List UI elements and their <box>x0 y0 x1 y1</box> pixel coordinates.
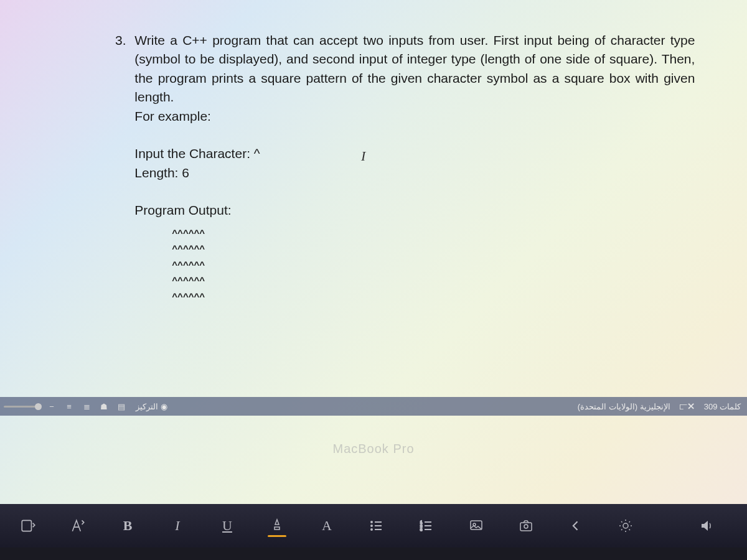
question-text: Write a C++ program that can accept two … <box>134 31 695 107</box>
svg-point-16 <box>524 525 528 528</box>
touchbar-suggestions-icon[interactable] <box>19 518 37 534</box>
touchbar-format-icon[interactable] <box>68 518 87 534</box>
svg-point-17 <box>623 523 628 528</box>
focus-icon: ◉ <box>161 402 167 411</box>
language-indicator[interactable]: الإنجليزية (الولايات المتحدة) <box>578 402 670 411</box>
zoom-minus-icon[interactable]: − <box>45 399 59 413</box>
output-label: Program Output: <box>134 201 695 220</box>
output-line: ^^^^^^ <box>172 257 695 273</box>
keyboard-edge <box>0 548 747 560</box>
macbook-touchbar: B I U A 123 <box>0 504 747 548</box>
document-content: 3. Write a C++ program that can accept t… <box>115 31 710 304</box>
slider-thumb[interactable] <box>35 403 42 410</box>
word-status-bar: − ≡ ≣ ☗ ▤ التركيز ◉ الإنجليزية (الولايات… <box>0 397 747 416</box>
view-mode-icon-2[interactable]: ≣ <box>80 399 93 413</box>
status-bar-right: الإنجليزية (الولايات المتحدة) ⫍✕ 309 كلم… <box>578 402 743 411</box>
zoom-slider[interactable] <box>4 406 41 408</box>
question-body: Write a C++ program that can accept two … <box>134 31 695 304</box>
view-mode-icon-4[interactable]: ▤ <box>115 399 128 413</box>
touchbar-numbering-icon[interactable]: 123 <box>417 518 436 533</box>
question-number: 3. <box>115 31 126 50</box>
output-line: ^^^^^^ <box>172 289 695 305</box>
touchbar-camera-icon[interactable] <box>517 518 535 533</box>
output-line: ^^^^^^ <box>172 225 695 241</box>
focus-mode-button[interactable]: التركيز ◉ <box>132 401 171 413</box>
svg-point-1 <box>371 521 372 523</box>
output-line: ^^^^^^ <box>172 273 695 289</box>
touchbar-volume-icon[interactable] <box>697 518 716 533</box>
svg-rect-0 <box>22 520 31 531</box>
view-mode-icon-1[interactable]: ≡ <box>62 399 76 413</box>
length-line: Length: 6 <box>134 164 695 182</box>
output-section: Program Output: ^^^^^^ ^^^^^^ ^^^^^^ ^^^… <box>134 201 695 304</box>
svg-point-2 <box>371 525 372 526</box>
view-mode-icon-3[interactable]: ☗ <box>97 399 111 413</box>
accessibility-icon[interactable]: ⫍✕ <box>679 402 695 411</box>
touchbar-brightness-icon[interactable] <box>616 518 635 533</box>
svg-point-3 <box>371 529 372 530</box>
output-line: ^^^^^^ <box>172 241 695 257</box>
focus-label: التركيز <box>136 402 158 411</box>
svg-rect-15 <box>520 523 532 531</box>
input-section: Input the Character: ^ Length: 6 <box>134 144 695 182</box>
touchbar-bullets-icon[interactable] <box>367 518 386 533</box>
status-bar-left: − ≡ ≣ ☗ ▤ التركيز ◉ <box>4 399 171 413</box>
svg-text:3: 3 <box>420 528 423 531</box>
touchbar-font-color-button[interactable]: A <box>317 518 336 534</box>
slider-track[interactable] <box>4 406 41 408</box>
touchbar-back-icon[interactable] <box>566 520 585 532</box>
touchbar-italic-button[interactable]: I <box>168 518 187 534</box>
word-count[interactable]: 309 كلمات <box>704 402 741 411</box>
touchbar-underline-button[interactable]: U <box>218 518 237 534</box>
example-label: For example: <box>134 107 695 126</box>
touchbar-insert-picture-icon[interactable] <box>467 518 486 533</box>
output-pattern: ^^^^^^ ^^^^^^ ^^^^^^ ^^^^^^ ^^^^^^ <box>172 225 695 305</box>
text-cursor-icon: I <box>361 148 365 164</box>
macbook-label: MacBook Pro <box>0 442 747 456</box>
touchbar-highlight-button[interactable] <box>268 518 286 533</box>
touchbar-bold-button[interactable]: B <box>118 518 137 534</box>
input-character-line: Input the Character: ^ <box>134 144 695 163</box>
